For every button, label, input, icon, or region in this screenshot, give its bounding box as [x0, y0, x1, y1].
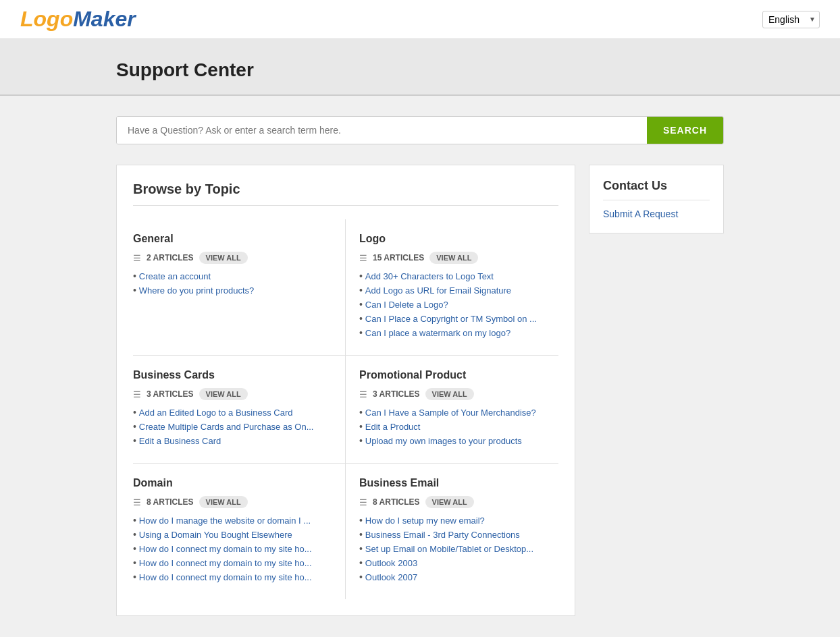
- list-item: Upload my own images to your products: [359, 435, 558, 446]
- logo: LogoMaker: [20, 7, 136, 32]
- list-item: Can I Delete a Logo?: [359, 299, 558, 310]
- article-link[interactable]: Edit a Product: [365, 422, 421, 432]
- articles-icon: ☰: [133, 497, 141, 507]
- topic-business-email: Business Email ☰ 8 ARTICLES VIEW ALL How…: [346, 464, 558, 599]
- topic-promotional-articles-row: ☰ 3 ARTICLES VIEW ALL: [359, 388, 558, 400]
- topic-business-email-view-all[interactable]: VIEW ALL: [425, 496, 474, 508]
- articles-icon: ☰: [359, 389, 367, 399]
- article-link[interactable]: How do I connect my domain to my site ho…: [139, 558, 312, 568]
- list-item: Using a Domain You Bought Elsewhere: [133, 529, 332, 540]
- list-item: How do I connect my domain to my site ho…: [133, 572, 332, 582]
- topic-business-cards-view-all[interactable]: VIEW ALL: [199, 388, 248, 400]
- article-link[interactable]: Add Logo as URL for Email Signature: [365, 285, 511, 296]
- topic-general-list: Create an account Where do you print pro…: [133, 271, 332, 296]
- topic-business-cards-list: Add an Edited Logo to a Business Card Cr…: [133, 407, 332, 446]
- list-item: Edit a Business Card: [133, 435, 332, 446]
- article-link[interactable]: How do I connect my domain to my site ho…: [139, 572, 312, 582]
- logo-maker-text: Maker: [73, 7, 136, 32]
- topic-logo: Logo ☰ 15 ARTICLES VIEW ALL Add 30+ Char…: [346, 219, 558, 356]
- main-content: Browse by Topic General ☰ 2 ARTICLES VIE…: [96, 165, 744, 616]
- list-item: Business Email - 3rd Party Connections: [359, 529, 558, 540]
- article-link[interactable]: Outlook 2007: [365, 572, 417, 582]
- topic-general: General ☰ 2 ARTICLES VIEW ALL Create an …: [133, 219, 346, 356]
- topic-domain-list: How do I manage the website or domain I …: [133, 515, 332, 582]
- contact-title: Contact Us: [603, 179, 710, 200]
- list-item: Can I Have a Sample of Your Merchandise?: [359, 407, 558, 418]
- submit-request-link[interactable]: Submit A Request: [603, 209, 678, 219]
- language-selector-wrapper: English Spanish French: [762, 11, 820, 28]
- language-select[interactable]: English Spanish French: [762, 11, 820, 28]
- topic-business-cards-articles-row: ☰ 3 ARTICLES VIEW ALL: [133, 388, 332, 400]
- topic-general-articles-row: ☰ 2 ARTICLES VIEW ALL: [133, 252, 332, 264]
- topic-promotional-count: 3 ARTICLES: [373, 389, 420, 399]
- list-item: Outlook 2003: [359, 557, 558, 568]
- topic-grid: General ☰ 2 ARTICLES VIEW ALL Create an …: [133, 219, 558, 599]
- topic-general-title: General: [133, 233, 332, 245]
- list-item: Create Multiple Cards and Purchase as On…: [133, 421, 332, 432]
- list-item: Add Logo as URL for Email Signature: [359, 285, 558, 296]
- page-title: Support Center: [96, 59, 744, 81]
- topic-logo-articles-row: ☰ 15 ARTICLES VIEW ALL: [359, 252, 558, 264]
- list-item: Create an account: [133, 271, 332, 281]
- article-link[interactable]: Create an account: [139, 271, 211, 281]
- topic-business-email-articles-row: ☰ 8 ARTICLES VIEW ALL: [359, 496, 558, 508]
- topic-logo-list: Add 30+ Characters to Logo Text Add Logo…: [359, 271, 558, 338]
- search-button[interactable]: SEARCH: [647, 117, 723, 144]
- article-link[interactable]: How do I manage the website or domain I …: [139, 516, 311, 526]
- topic-logo-title: Logo: [359, 233, 558, 245]
- article-link[interactable]: Set up Email on Mobile/Tablet or Desktop…: [365, 544, 533, 554]
- list-item: Add 30+ Characters to Logo Text: [359, 271, 558, 281]
- article-link[interactable]: Can I place a watermark on my logo?: [365, 328, 510, 338]
- list-item: How do I connect my domain to my site ho…: [133, 543, 332, 554]
- article-link[interactable]: How do I setup my new email?: [365, 516, 485, 526]
- article-link[interactable]: Can I Delete a Logo?: [365, 300, 448, 310]
- search-bar: SEARCH: [116, 116, 724, 144]
- article-link[interactable]: Edit a Business Card: [139, 436, 221, 446]
- articles-icon: ☰: [133, 389, 141, 399]
- topic-domain: Domain ☰ 8 ARTICLES VIEW ALL How do I ma…: [133, 464, 346, 599]
- article-link[interactable]: Using a Domain You Bought Elsewhere: [139, 530, 292, 540]
- article-link[interactable]: How do I connect my domain to my site ho…: [139, 544, 312, 554]
- article-link[interactable]: Create Multiple Cards and Purchase as On…: [139, 422, 314, 432]
- topic-domain-title: Domain: [133, 477, 332, 489]
- topic-business-cards-title: Business Cards: [133, 369, 332, 381]
- support-banner: Support Center: [0, 39, 840, 96]
- header: LogoMaker English Spanish French: [0, 0, 840, 39]
- article-link[interactable]: Business Email - 3rd Party Connections: [365, 530, 520, 540]
- topic-business-cards-count: 3 ARTICLES: [147, 389, 194, 399]
- topic-domain-view-all[interactable]: VIEW ALL: [199, 496, 248, 508]
- articles-icon: ☰: [133, 253, 141, 263]
- list-item: Add an Edited Logo to a Business Card: [133, 407, 332, 418]
- list-item: How do I connect my domain to my site ho…: [133, 557, 332, 568]
- article-link[interactable]: Where do you print products?: [139, 285, 255, 296]
- article-link[interactable]: Can I Place a Copyright or TM Symbol on …: [365, 314, 537, 324]
- topic-general-view-all[interactable]: VIEW ALL: [199, 252, 248, 264]
- logo-logo-text: Logo: [20, 7, 73, 32]
- contact-section: Contact Us Submit A Request: [589, 165, 724, 233]
- topic-promotional-list: Can I Have a Sample of Your Merchandise?…: [359, 407, 558, 446]
- list-item: How do I setup my new email?: [359, 515, 558, 526]
- topic-logo-view-all[interactable]: VIEW ALL: [429, 252, 478, 264]
- article-link[interactable]: Can I Have a Sample of Your Merchandise?: [365, 408, 536, 418]
- topic-promotional: Promotional Product ☰ 3 ARTICLES VIEW AL…: [346, 356, 558, 464]
- articles-icon: ☰: [359, 497, 367, 507]
- topic-logo-count: 15 ARTICLES: [373, 253, 424, 262]
- list-item: Where do you print products?: [133, 285, 332, 296]
- list-item: Can I Place a Copyright or TM Symbol on …: [359, 313, 558, 324]
- article-link[interactable]: Add 30+ Characters to Logo Text: [365, 271, 494, 281]
- article-link[interactable]: Upload my own images to your products: [365, 436, 522, 446]
- article-link[interactable]: Outlook 2003: [365, 558, 417, 568]
- list-item: Set up Email on Mobile/Tablet or Desktop…: [359, 543, 558, 554]
- articles-icon: ☰: [359, 253, 367, 263]
- search-input[interactable]: [117, 117, 647, 144]
- topic-domain-count: 8 ARTICLES: [147, 497, 194, 507]
- topic-business-email-count: 8 ARTICLES: [373, 497, 420, 507]
- list-item: Edit a Product: [359, 421, 558, 432]
- browse-section: Browse by Topic General ☰ 2 ARTICLES VIE…: [116, 165, 575, 616]
- article-link[interactable]: Add an Edited Logo to a Business Card: [139, 408, 293, 418]
- topic-general-count: 2 ARTICLES: [147, 253, 194, 262]
- topic-promotional-view-all[interactable]: VIEW ALL: [425, 388, 474, 400]
- topic-business-cards: Business Cards ☰ 3 ARTICLES VIEW ALL Add…: [133, 356, 346, 464]
- list-item: Can I place a watermark on my logo?: [359, 327, 558, 338]
- list-item: How do I manage the website or domain I …: [133, 515, 332, 526]
